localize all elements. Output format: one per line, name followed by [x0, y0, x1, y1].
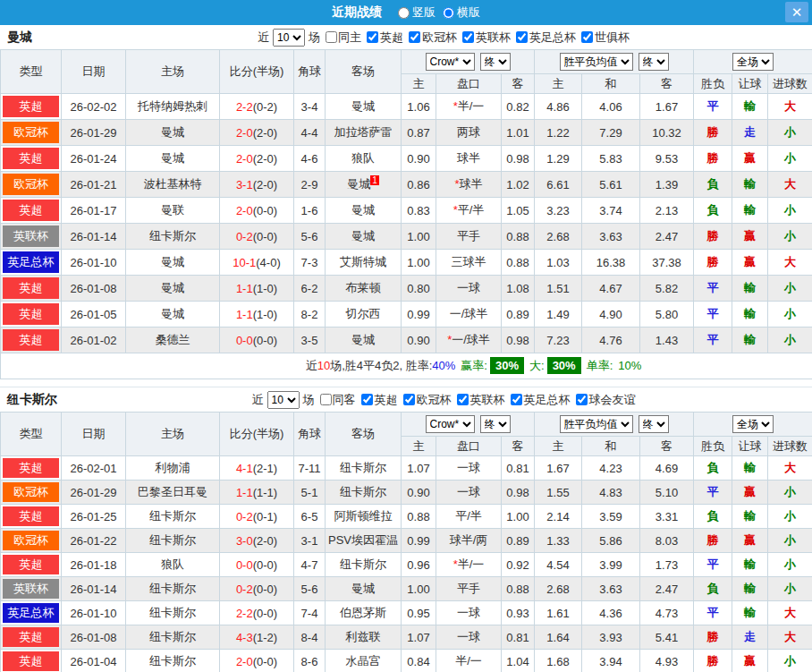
- handicap-line: 一球: [436, 481, 502, 505]
- match-row: 英足总杯26-01-10曼城10-1(4-0)7-3艾斯特城1.00三球半0.8…: [1, 250, 812, 276]
- avg-lose: 5.82: [640, 276, 694, 302]
- column-header: 主场: [126, 413, 220, 456]
- scope-select[interactable]: 全场: [732, 415, 774, 433]
- handicap-line: *半/一: [436, 553, 502, 577]
- odds-away: 1.04: [502, 650, 535, 672]
- result-outcome: 負: [694, 456, 732, 481]
- result-handicap: 輸: [732, 302, 768, 327]
- odds-away: 1.05: [502, 198, 535, 224]
- close-icon[interactable]: ✕: [785, 2, 808, 22]
- final-odds-select[interactable]: 终: [480, 415, 511, 433]
- corner-count: 5-6: [294, 224, 326, 250]
- sub-column-header: 客: [640, 74, 694, 94]
- home-team: 纽卡斯尔: [126, 601, 220, 625]
- result-goals: 小: [768, 529, 812, 553]
- match-count-select[interactable]: 10: [273, 29, 305, 47]
- result-goals: 小: [768, 120, 812, 146]
- away-team: 利兹联: [326, 625, 402, 650]
- match-row: 英超26-01-25纽卡斯尔0-2(0-1)6-5阿斯顿维拉0.88平/半1.0…: [1, 505, 812, 529]
- match-score: 0-2(0-0): [220, 577, 294, 601]
- avg-draw: 5.61: [582, 172, 640, 198]
- odds-away: 1.00: [502, 505, 535, 529]
- team-section: 纽卡斯尔近10场同客英超欧冠杯英联杯英足总杯球会友谊类型日期主场比分(半场)角球…: [0, 387, 812, 672]
- avg-draw: 5.86: [582, 529, 640, 553]
- result-outcome: 平: [694, 276, 732, 302]
- team-section: 曼城近10场同主英超欧冠杯英联杯英足总杯世俱杯类型日期主场比分(半场)角球客场C…: [0, 25, 812, 379]
- league-badge: 欧冠杯: [3, 482, 59, 502]
- league-checkbox-4[interactable]: [576, 394, 588, 405]
- league-cell: 英超: [1, 276, 62, 302]
- match-date: 26-01-24: [62, 146, 126, 172]
- result-goals: 小: [768, 327, 812, 353]
- league-checkbox-3[interactable]: [516, 31, 528, 43]
- league-badge: 英超: [3, 651, 59, 671]
- league-badge: 英超: [3, 329, 59, 351]
- result-handicap: 贏: [732, 224, 768, 250]
- league-badge: 欧冠杯: [3, 122, 59, 143]
- league-checkbox-1[interactable]: [409, 31, 420, 43]
- league-cell: 英超: [1, 625, 62, 650]
- final-avg-select[interactable]: 终: [639, 53, 669, 71]
- sub-column-header: 客: [640, 437, 694, 456]
- avg-lose: 4.73: [640, 601, 694, 625]
- handicap-line: 半/一: [436, 650, 502, 672]
- avg-draw: 16.38: [582, 250, 640, 276]
- result-goals: 大: [768, 250, 812, 276]
- match-score: 4-1(2-1): [220, 456, 294, 481]
- home-team: 曼城: [126, 250, 220, 276]
- result-outcome: 勝: [694, 529, 732, 553]
- avg-odds-select[interactable]: 胜平负均值: [560, 415, 633, 433]
- same-venue-checkbox[interactable]: [326, 31, 337, 43]
- scope-select[interactable]: 全场: [732, 53, 774, 71]
- avg-win: 1.49: [535, 302, 582, 327]
- result-outcome: 負: [694, 172, 732, 198]
- league-badge: 英超: [3, 627, 59, 647]
- match-row: 英联杯26-01-14纽卡斯尔0-2(0-0)5-6曼城1.00平手0.882.…: [1, 224, 812, 250]
- same-venue-label: 同主: [338, 30, 361, 46]
- handicap-line: 三球半: [436, 250, 502, 276]
- final-odds-select[interactable]: 终: [480, 53, 511, 71]
- match-count-select[interactable]: 10: [267, 391, 300, 409]
- league-cell: 欧冠杯: [1, 172, 62, 198]
- match-date: 26-02-02: [62, 94, 126, 120]
- match-row: 英超26-02-02托特纳姆热刺2-2(0-2)3-4曼城1.06*半/一0.8…: [1, 94, 812, 120]
- avg-win: 6.61: [535, 172, 582, 198]
- match-score: 2-2(0-2): [220, 94, 294, 120]
- avg-odds-select[interactable]: 胜平负均值: [560, 53, 633, 71]
- sections-container: 曼城近10场同主英超欧冠杯英联杯英足总杯世俱杯类型日期主场比分(半场)角球客场C…: [0, 25, 812, 672]
- result-outcome: 平: [694, 327, 732, 353]
- match-date: 26-01-21: [62, 172, 126, 198]
- league-badge: 欧冠杯: [3, 531, 59, 550]
- avg-win: 1.67: [535, 456, 582, 481]
- odds-home: 0.80: [402, 276, 436, 302]
- final-avg-select[interactable]: 终: [639, 415, 669, 433]
- corner-count: 8-6: [294, 650, 326, 672]
- vertical-layout-label: 竖版: [412, 4, 436, 21]
- handicap-line: *一/球半: [436, 327, 502, 353]
- league-checkbox-0[interactable]: [367, 31, 378, 43]
- result-handicap: 走: [732, 625, 768, 650]
- same-venue-checkbox[interactable]: [320, 394, 332, 405]
- card-superscript: 1: [370, 175, 379, 185]
- odds-company-select[interactable]: Crow*: [426, 415, 475, 433]
- result-outcome: 勝: [694, 120, 732, 146]
- league-checkbox-0[interactable]: [361, 394, 373, 405]
- league-checkbox-3[interactable]: [511, 394, 522, 405]
- result-outcome: 負: [694, 577, 732, 601]
- avg-win: 1.29: [535, 146, 582, 172]
- league-checkbox-label: 英足总杯: [529, 30, 576, 46]
- league-checkbox-2[interactable]: [457, 394, 469, 405]
- league-badge: 英足总杯: [3, 603, 59, 623]
- league-checkbox-1[interactable]: [403, 394, 415, 405]
- odds-company-select[interactable]: Crow*: [426, 53, 475, 71]
- odds-away: 0.81: [502, 456, 535, 481]
- sub-column-header: 主: [535, 74, 582, 94]
- league-checkbox-4[interactable]: [581, 31, 593, 43]
- league-checkbox-2[interactable]: [462, 31, 474, 43]
- horizontal-layout-radio[interactable]: [443, 7, 454, 19]
- vertical-layout-radio[interactable]: [398, 7, 410, 19]
- odds-away: 0.98: [502, 146, 535, 172]
- match-row: 英超26-01-08曼城1-1(1-0)6-2布莱顿0.80一球1.081.51…: [1, 276, 812, 302]
- section-header-bar: 纽卡斯尔近10场同客英超欧冠杯英联杯英足总杯球会友谊: [0, 387, 812, 412]
- corner-count: 3-5: [294, 327, 326, 353]
